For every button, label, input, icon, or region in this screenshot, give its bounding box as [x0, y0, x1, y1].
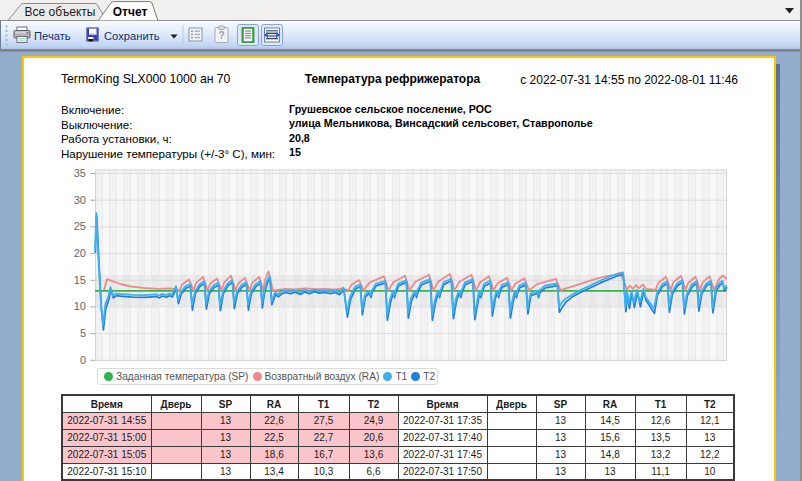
svg-text:25: 25 [74, 220, 86, 232]
svg-text:5: 5 [80, 327, 86, 339]
svg-text:30: 30 [74, 194, 86, 206]
svg-text:15: 15 [74, 274, 86, 286]
svg-text:20: 20 [74, 247, 86, 259]
svg-text:35: 35 [74, 167, 86, 179]
svg-text:10: 10 [74, 300, 86, 312]
svg-text:0: 0 [80, 354, 86, 366]
